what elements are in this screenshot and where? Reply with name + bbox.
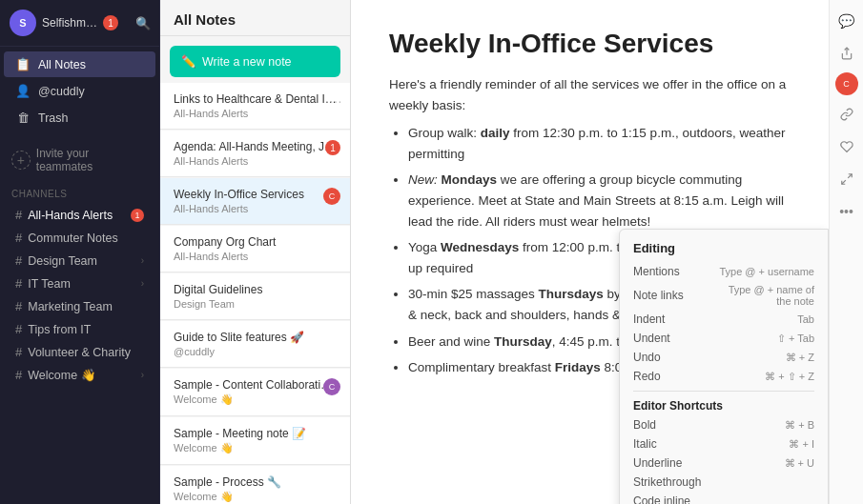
channel-volunteer[interactable]: # Volunteer & Charity: [4, 341, 155, 363]
channel-label: Tips from IT: [28, 323, 91, 336]
note-item-sample-meeting[interactable]: Sample - Meeting note 📝 Welcome 👋: [160, 417, 350, 465]
note-item-company-org[interactable]: Company Org Chart All-Hands Alerts: [160, 226, 350, 272]
channel-commuter[interactable]: # Commuter Notes: [4, 227, 155, 249]
undo-value: ⌘ + Z: [713, 352, 814, 364]
hash-icon: #: [15, 345, 22, 359]
note-subtitle: Welcome 👋: [174, 393, 337, 406]
shortcut-bold: Bold ⌘ + B: [633, 418, 814, 432]
svg-line-1: [848, 174, 852, 178]
hash-icon: #: [15, 322, 22, 336]
channel-label: IT Team: [28, 277, 71, 291]
share-icon[interactable]: [833, 40, 860, 67]
note-links-value: Type @ + name of the note: [713, 284, 814, 307]
shortcut-italic: Italic ⌘ + I: [633, 437, 814, 451]
collaborator-avatar[interactable]: C: [835, 72, 858, 95]
editing-row-indent: Indent Tab: [633, 312, 814, 326]
channel-badge: 1: [131, 209, 144, 222]
main-content-area: Weekly In-Office Services Here's a frien…: [351, 0, 829, 504]
redo-label: Redo: [633, 370, 709, 383]
note-title: Guide to Slite features 🚀: [174, 331, 337, 344]
write-note-label: Write a new note: [202, 55, 292, 69]
pencil-icon: ✏️: [181, 54, 196, 69]
shortcut-strikethrough: Strikethrough: [633, 475, 814, 489]
invite-icon: +: [11, 151, 31, 170]
note-badge: 1: [325, 140, 340, 155]
chevron-right-icon: ›: [141, 278, 144, 289]
heart-icon[interactable]: [833, 133, 860, 160]
note-item-agenda[interactable]: Agenda: All-Hands Meeting, Jan… All-Hand…: [160, 131, 350, 177]
note-item-sample-process[interactable]: Sample - Process 🔧 Welcome 👋: [160, 466, 350, 504]
shortcut-code-inline: Code inline: [633, 494, 814, 504]
notification-badge: 1: [103, 15, 118, 30]
bold-label: Bold: [633, 418, 709, 432]
write-note-button[interactable]: ✏️ Write a new note: [170, 46, 340, 77]
sidebar-item-all-notes[interactable]: 📋 All Notes: [4, 51, 155, 77]
more-icon[interactable]: •••: [833, 198, 860, 225]
editing-row-undent: Undent ⇧ + Tab: [633, 332, 814, 345]
channel-all-hands[interactable]: # All-Hands Alerts 1: [4, 204, 155, 226]
underline-value: ⌘ + U: [713, 457, 814, 470]
editing-divider: [633, 391, 814, 392]
hash-icon: #: [15, 276, 22, 291]
channel-design[interactable]: # Design Team ›: [4, 250, 155, 272]
chevron-right-icon: ›: [141, 255, 144, 266]
channel-tips[interactable]: # Tips from IT: [4, 318, 155, 340]
ellipsis-icon: …: [329, 91, 342, 106]
channel-marketing[interactable]: # Marketing Team: [4, 295, 155, 317]
hash-icon: #: [15, 231, 22, 245]
invite-button[interactable]: + Invite your teammates: [0, 139, 159, 181]
note-title: Sample - Process 🔧: [174, 475, 337, 489]
sidebar-top: S Selfishm… 1 🔍: [0, 0, 159, 47]
channels-label: Channels: [0, 181, 159, 203]
editor-shortcuts-title: Editor Shortcuts: [633, 399, 814, 413]
note-item-sample-content[interactable]: Sample - Content Collaboration ✏️ Welcom…: [160, 369, 350, 416]
sidebar: S Selfishm… 1 🔍 📋 All Notes 👤 @cuddly 🗑 …: [0, 0, 160, 504]
note-user-avatar: C: [323, 188, 340, 205]
note-title: Sample - Content Collaboration ✏️: [174, 378, 337, 392]
svg-line-2: [841, 180, 845, 184]
channel-label: Design Team: [28, 254, 97, 268]
sidebar-profile[interactable]: S Selfishm… 1: [0, 0, 128, 46]
note-item-healthcare[interactable]: Links to Healthcare & Dental Info… All-H…: [160, 83, 350, 130]
avatar: S: [10, 10, 36, 36]
note-links-label: Note links: [633, 289, 709, 302]
channel-label: Volunteer & Charity: [28, 346, 131, 359]
note-subtitle: @cuddly: [174, 346, 337, 357]
invite-label: Invite your teammates: [36, 147, 148, 173]
channel-label: Marketing Team: [28, 300, 113, 313]
channel-label: Welcome 👋: [28, 368, 95, 382]
editing-panel: Editing Mentions Type @ + username Note …: [619, 229, 829, 504]
note-intro: Here's a friendly reminder of all the se…: [389, 74, 791, 115]
note-title: Weekly In-Office Services: [174, 188, 337, 201]
note-item-weekly[interactable]: Weekly In-Office Services All-Hands Aler…: [160, 178, 350, 225]
note-item-digital[interactable]: Digital Guidelines Design Team: [160, 273, 350, 320]
channel-it-team[interactable]: # IT Team ›: [4, 272, 155, 294]
note-subtitle: All-Hands Alerts: [174, 155, 337, 167]
undent-label: Undent: [633, 332, 709, 345]
note-title: Links to Healthcare & Dental Info…: [174, 92, 337, 106]
channel-welcome[interactable]: # Welcome 👋 ›: [4, 364, 155, 386]
note-subtitle: Design Team: [174, 298, 337, 310]
code-inline-label: Code inline: [633, 494, 709, 504]
editing-row-mentions: Mentions Type @ + username: [633, 265, 814, 278]
note-user-avatar-2: C: [323, 378, 340, 395]
bold-value: ⌘ + B: [713, 419, 814, 432]
indent-value: Tab: [713, 313, 814, 325]
link-icon[interactable]: [833, 101, 860, 128]
editing-row-note-links: Note links Type @ + name of the note: [633, 284, 814, 307]
sidebar-item-cuddly[interactable]: 👤 @cuddly: [4, 78, 155, 104]
editing-panel-title: Editing: [633, 241, 814, 255]
bullet-2: New: Mondays we are offering a group bic…: [408, 170, 791, 232]
sidebar-item-trash[interactable]: 🗑 Trash: [4, 105, 155, 131]
trash-label: Trash: [38, 111, 69, 125]
notes-list-header: All Notes: [160, 0, 350, 36]
note-subtitle: All-Hands Alerts: [174, 203, 337, 214]
note-item-guide-slite[interactable]: Guide to Slite features 🚀 @cuddly: [160, 321, 350, 368]
notes-icon: 📋: [15, 57, 31, 71]
expand-icon[interactable]: [833, 166, 860, 192]
note-title: Company Org Chart: [174, 235, 337, 249]
underline-label: Underline: [633, 456, 709, 470]
chat-icon[interactable]: 💬: [833, 8, 860, 34]
search-icon[interactable]: 🔍: [128, 12, 158, 34]
channels-list: # All-Hands Alerts 1 # Commuter Notes # …: [0, 203, 159, 387]
